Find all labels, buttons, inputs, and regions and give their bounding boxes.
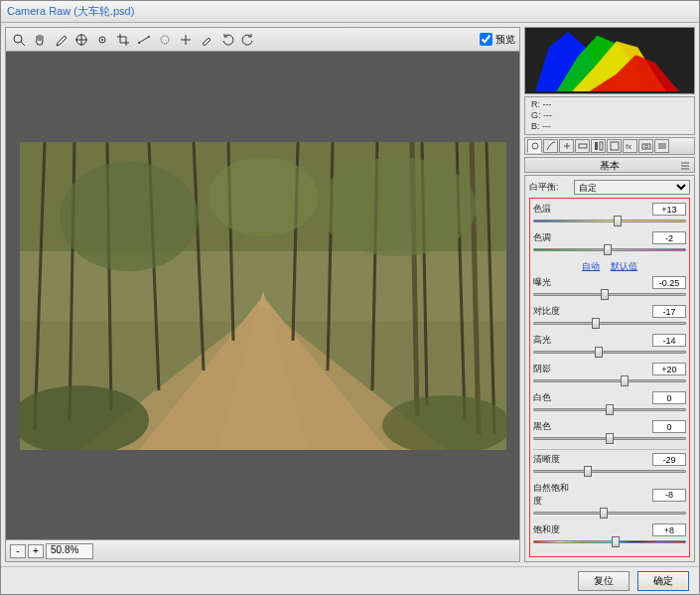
window-title: Camera Raw (大车轮.psd) xyxy=(7,4,134,19)
tab-basic[interactable] xyxy=(527,139,542,153)
svg-point-42 xyxy=(532,143,538,149)
svg-rect-43 xyxy=(579,144,587,148)
exposure-label: 曝光 xyxy=(533,276,575,289)
eyedropper-icon[interactable] xyxy=(52,31,70,49)
shadows-value[interactable] xyxy=(652,363,686,375)
svg-point-8 xyxy=(138,42,140,44)
temp-label: 色温 xyxy=(533,203,575,216)
saturation-slider[interactable] xyxy=(533,537,686,547)
tint-value[interactable] xyxy=(652,231,686,244)
exposure-slider[interactable] xyxy=(533,290,686,300)
svg-rect-45 xyxy=(600,142,603,150)
basic-panel: 白平衡: 自定 色温 色调 自动 默认值 曝光 对比度 xyxy=(524,175,695,562)
whites-label: 白色 xyxy=(533,391,575,404)
zoom-out-button[interactable]: - xyxy=(10,544,26,558)
svg-point-35 xyxy=(209,157,318,236)
left-pane: 预览 xyxy=(5,27,520,562)
svg-point-6 xyxy=(101,39,103,41)
adjustment-brush-icon[interactable] xyxy=(198,31,215,49)
svg-point-10 xyxy=(161,36,169,44)
svg-point-49 xyxy=(644,145,647,148)
svg-rect-46 xyxy=(611,142,619,150)
zoom-level-select[interactable]: 50.8% xyxy=(46,543,93,559)
panel-title: 基本 xyxy=(524,157,695,173)
shadows-label: 阴影 xyxy=(533,363,575,375)
wb-select[interactable]: 自定 xyxy=(574,180,690,195)
saturation-value[interactable] xyxy=(652,523,686,536)
blacks-value[interactable] xyxy=(652,420,686,433)
highlights-value[interactable] xyxy=(652,334,686,347)
wb-label: 白平衡: xyxy=(529,181,571,194)
whites-slider[interactable] xyxy=(533,405,686,415)
svg-line-1 xyxy=(21,42,25,46)
tab-curve[interactable] xyxy=(543,139,558,153)
temp-slider[interactable] xyxy=(533,217,686,226)
svg-point-33 xyxy=(60,162,199,271)
tab-hsl[interactable] xyxy=(575,139,590,153)
reset-button[interactable]: 复位 xyxy=(578,571,630,591)
clarity-value[interactable] xyxy=(652,453,686,466)
tab-presets[interactable] xyxy=(654,139,669,153)
vibrance-label: 自然饱和度 xyxy=(533,482,575,508)
targeted-adjust-icon[interactable] xyxy=(93,31,111,49)
clarity-slider[interactable] xyxy=(533,467,686,477)
histogram[interactable] xyxy=(524,27,695,94)
temp-value[interactable] xyxy=(652,203,686,216)
exposure-value[interactable] xyxy=(652,276,686,289)
straighten-icon[interactable] xyxy=(135,31,153,49)
zoom-tool-icon[interactable] xyxy=(10,31,28,49)
toolbar: 预览 xyxy=(6,28,519,52)
zoom-bar: - + 50.8% xyxy=(6,539,519,561)
svg-rect-44 xyxy=(595,142,598,150)
zoom-in-button[interactable]: + xyxy=(28,544,44,558)
default-link[interactable]: 默认值 xyxy=(611,261,637,271)
clarity-label: 清晰度 xyxy=(533,453,575,466)
panel-tabs: fx xyxy=(524,137,695,155)
vibrance-value[interactable] xyxy=(652,489,686,502)
titlebar: Camera Raw (大车轮.psd) xyxy=(1,1,699,23)
preview-label: 预览 xyxy=(495,33,515,47)
svg-point-9 xyxy=(148,36,150,38)
redeye-icon[interactable] xyxy=(177,31,195,49)
auto-link[interactable]: 自动 xyxy=(582,261,600,271)
tab-detail[interactable] xyxy=(559,139,574,153)
crop-icon[interactable] xyxy=(114,31,132,49)
highlights-label: 高光 xyxy=(533,334,575,347)
whites-value[interactable] xyxy=(652,391,686,404)
rotate-cw-icon[interactable] xyxy=(239,31,257,49)
color-sampler-icon[interactable] xyxy=(72,31,90,49)
svg-line-7 xyxy=(139,37,149,43)
footer: 复位 确定 xyxy=(1,566,699,594)
ok-button[interactable]: 确定 xyxy=(637,571,689,591)
saturation-label: 饱和度 xyxy=(533,523,575,536)
blacks-label: 黑色 xyxy=(533,420,575,433)
spot-removal-icon[interactable] xyxy=(156,31,174,49)
preview-area[interactable] xyxy=(6,52,519,539)
svg-text:fx: fx xyxy=(626,142,631,151)
contrast-value[interactable] xyxy=(652,305,686,318)
panel-menu-icon[interactable] xyxy=(680,160,690,170)
svg-point-0 xyxy=(14,35,22,43)
blacks-slider[interactable] xyxy=(533,434,686,444)
rgb-readout: R: --- G: --- B: --- xyxy=(524,96,695,135)
tab-split[interactable] xyxy=(591,139,606,153)
rotate-ccw-icon[interactable] xyxy=(218,31,236,49)
tint-slider[interactable] xyxy=(533,245,686,255)
auto-default-links: 自动 默认值 xyxy=(533,260,686,273)
highlights-slider[interactable] xyxy=(533,348,686,358)
tint-label: 色调 xyxy=(533,231,575,244)
highlight-box: 色温 色调 自动 默认值 曝光 对比度 高光 阴影 xyxy=(529,198,690,557)
tab-lens[interactable] xyxy=(607,139,622,153)
svg-point-34 xyxy=(318,157,477,256)
photo-preview xyxy=(20,142,506,450)
hand-tool-icon[interactable] xyxy=(31,31,49,49)
shadows-slider[interactable] xyxy=(533,376,686,386)
vibrance-slider[interactable] xyxy=(533,509,686,519)
tab-camera[interactable] xyxy=(638,139,653,153)
preview-checkbox[interactable] xyxy=(480,33,492,46)
tab-fx[interactable]: fx xyxy=(623,139,637,153)
contrast-label: 对比度 xyxy=(533,305,575,318)
right-pane: R: --- G: --- B: --- fx 基本 xyxy=(524,27,695,562)
contrast-slider[interactable] xyxy=(533,319,686,329)
